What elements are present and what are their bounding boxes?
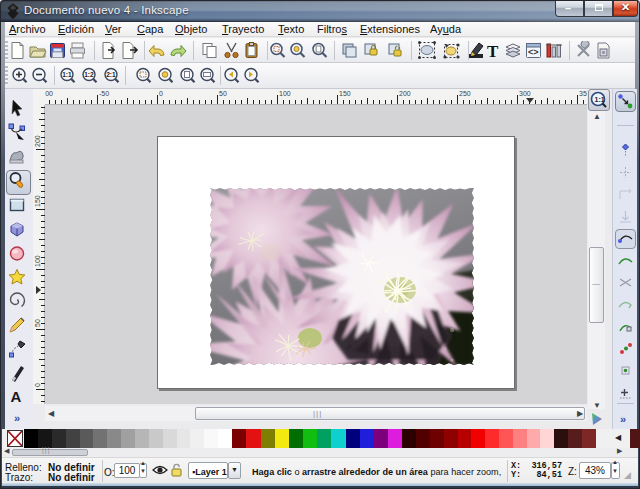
svg-text:250: 250 bbox=[459, 90, 471, 97]
svg-text:0: 0 bbox=[159, 90, 163, 97]
svg-text:-50: -50 bbox=[99, 90, 109, 97]
svg-text:100: 100 bbox=[279, 90, 291, 97]
svg-text:T: T bbox=[487, 42, 499, 61]
svg-text:1:2: 1:2 bbox=[84, 71, 94, 78]
svg-text:300: 300 bbox=[519, 90, 531, 97]
svg-text:200: 200 bbox=[34, 135, 41, 147]
svg-text:0: 0 bbox=[34, 383, 41, 387]
svg-text:1:1: 1:1 bbox=[595, 96, 605, 103]
svg-text:<>: <> bbox=[528, 47, 539, 57]
svg-text:50: 50 bbox=[34, 319, 41, 327]
svg-text:150: 150 bbox=[34, 195, 41, 207]
svg-text:200: 200 bbox=[399, 90, 411, 97]
svg-text:150: 150 bbox=[339, 90, 351, 97]
svg-text:2:1: 2:1 bbox=[106, 71, 116, 78]
svg-text:100: 100 bbox=[34, 255, 41, 267]
svg-text:A: A bbox=[11, 388, 22, 405]
svg-text:350: 350 bbox=[579, 90, 587, 97]
svg-text:-100: -100 bbox=[45, 90, 53, 97]
svg-text:1:1: 1:1 bbox=[62, 71, 72, 78]
svg-text:50: 50 bbox=[219, 90, 227, 97]
